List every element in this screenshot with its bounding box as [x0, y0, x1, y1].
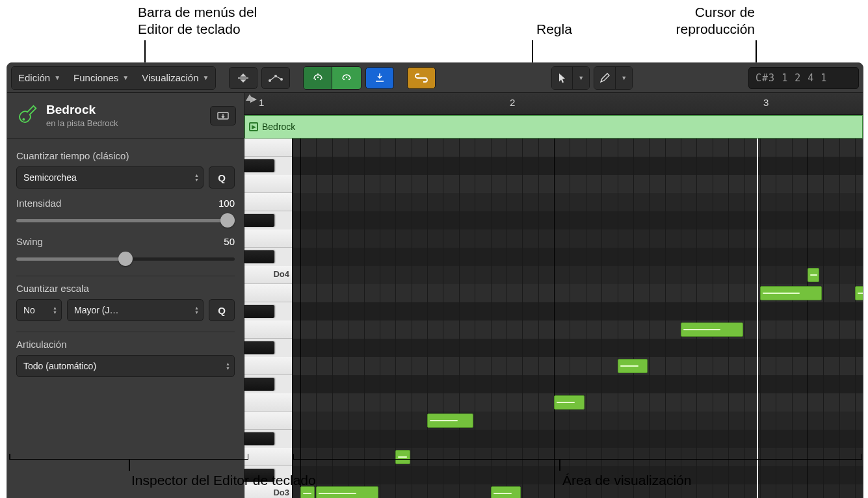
scale-enable-select[interactable]: No ▲▼ [16, 299, 62, 321]
midi-note[interactable] [554, 395, 585, 410]
grid-line [554, 138, 555, 498]
grid-line [332, 138, 333, 498]
black-key[interactable] [244, 341, 274, 354]
functions-menu[interactable]: Funciones▼ [67, 67, 135, 89]
play-marker-icon [250, 96, 257, 103]
key-label: Do3 [273, 488, 289, 497]
midi-note[interactable] [427, 413, 473, 428]
link-button[interactable] [407, 67, 436, 89]
grid-row [293, 266, 863, 284]
grid-line [776, 138, 776, 498]
view-menu-label: Visualización [142, 72, 198, 83]
black-key[interactable] [244, 214, 274, 227]
collapse-vertical-button[interactable] [229, 67, 257, 89]
grid-line [300, 138, 301, 498]
grid-line [538, 138, 539, 498]
white-key[interactable] [244, 175, 292, 193]
guitar-icon [15, 103, 40, 128]
region-header[interactable]: ▶ Bedrock [244, 115, 863, 138]
midi-note[interactable] [316, 486, 378, 498]
grid-row [293, 193, 863, 211]
callout-ruler: Regla [536, 21, 572, 38]
black-key[interactable] [244, 250, 274, 263]
swing-label: Swing [16, 236, 43, 247]
grid-line [728, 138, 729, 498]
quantize-apply-button[interactable]: Q [209, 166, 235, 189]
midi-note[interactable] [855, 286, 863, 300]
white-key[interactable] [244, 138, 292, 157]
callout-playhead: Cursor de reproducción [635, 4, 755, 38]
midi-note[interactable] [618, 359, 648, 373]
piano-keyboard[interactable]: Do4Do3 [244, 138, 293, 498]
grid-line [427, 138, 428, 498]
callout-area: Área de visualización [562, 472, 691, 489]
grid-line [348, 138, 349, 498]
midi-note[interactable] [681, 322, 743, 337]
white-key[interactable] [244, 321, 292, 339]
midi-note[interactable] [491, 486, 521, 498]
ruler-bar-1: 1 [259, 97, 264, 108]
white-key[interactable] [244, 229, 292, 248]
ruler-area: 1 2 3 ▶ Bedrock [244, 93, 863, 138]
grid-row [293, 412, 863, 430]
pointer-tool[interactable] [552, 67, 573, 89]
bracket-area [293, 459, 862, 460]
edit-menu[interactable]: Edición▼ [12, 67, 67, 89]
black-key[interactable] [244, 159, 274, 172]
note-velocity-bar [620, 365, 638, 367]
automation-button[interactable] [261, 67, 290, 89]
note-velocity-bar [858, 293, 863, 294]
midi-note[interactable] [395, 450, 410, 464]
inspector-panel: Cuantizar tiempo (clásico) Semicorchea ▲… [7, 138, 244, 498]
stepper-icon: ▲▼ [53, 306, 57, 315]
white-key[interactable] [244, 284, 292, 302]
grid-row [293, 448, 863, 466]
midi-note[interactable] [808, 268, 819, 282]
swing-value: 50 [224, 236, 235, 247]
bracket-area-drop [559, 459, 560, 471]
scale-enable-value: No [23, 305, 35, 315]
scale-type-select[interactable]: Mayor (J… ▲▼ [67, 299, 204, 321]
pencil-tool-chevron[interactable]: ▼ [616, 67, 632, 89]
quantize-time-label: Cuantizar tiempo (clásico) [16, 150, 235, 161]
callout-menubar: Barra de menús del Editor de teclado [138, 4, 257, 38]
grid-line [823, 138, 824, 498]
midi-out-button[interactable] [332, 67, 361, 89]
midi-in-button[interactable] [304, 67, 332, 89]
grid-line [570, 138, 570, 498]
grid-line [808, 138, 808, 498]
edit-menu-label: Edición [18, 72, 50, 83]
inspector-collapse-button[interactable] [210, 106, 236, 125]
note-grid[interactable] [293, 138, 863, 498]
grid-line [459, 138, 460, 498]
catch-playhead-button[interactable] [365, 67, 394, 89]
grid-line [696, 138, 697, 498]
white-key[interactable] [244, 448, 292, 466]
black-key[interactable] [244, 378, 274, 391]
white-key[interactable] [244, 393, 292, 412]
white-key[interactable] [244, 357, 292, 375]
white-key[interactable] [244, 193, 292, 211]
pencil-tool[interactable] [594, 67, 616, 89]
playhead-start-marker[interactable] [250, 94, 257, 101]
grid-line [792, 138, 793, 498]
quantize-scale-label: Cuantizar escala [16, 283, 235, 294]
black-key[interactable] [244, 432, 274, 445]
view-menu[interactable]: Visualización▼ [135, 67, 215, 89]
articulation-value: Todo (automático) [23, 361, 96, 371]
region-name: Bedrock [262, 122, 295, 132]
strength-slider[interactable] [16, 214, 235, 227]
articulation-select[interactable]: Todo (automático) ▲▼ [16, 355, 235, 377]
quantize-time-select[interactable]: Semicorchea ▲▼ [16, 166, 204, 189]
black-key[interactable] [244, 305, 274, 318]
grid-row [293, 211, 863, 229]
playhead[interactable] [757, 138, 758, 498]
swing-slider[interactable] [16, 252, 235, 265]
pointer-tool-chevron[interactable]: ▼ [573, 67, 589, 89]
midi-note[interactable] [760, 286, 822, 300]
scale-apply-button[interactable]: Q [209, 299, 235, 321]
white-key[interactable] [244, 412, 292, 430]
grid-line [713, 138, 713, 498]
ruler[interactable]: 1 2 3 [244, 93, 863, 115]
editor-toolbar: Edición▼ Funciones▼ Visualización▼ [7, 63, 863, 93]
